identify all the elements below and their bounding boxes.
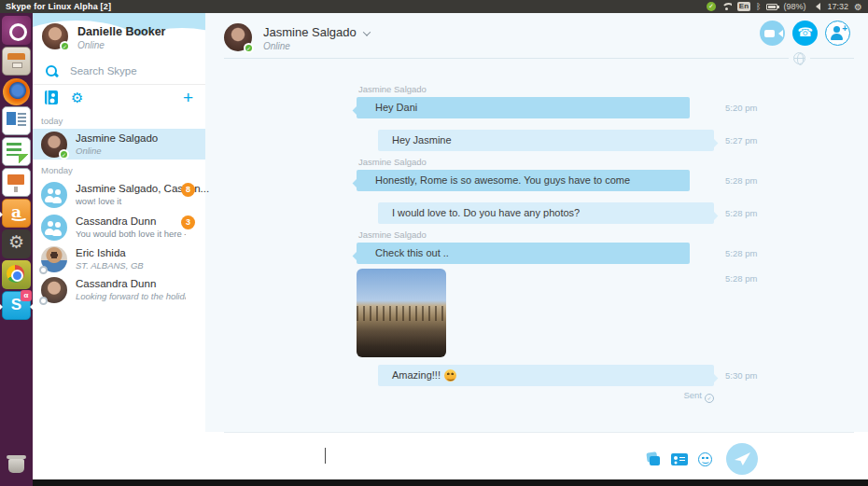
- sender-label: Jasmine Salgado: [358, 84, 756, 94]
- launcher-item-ubuntu-dash[interactable]: [2, 16, 31, 45]
- volume-icon[interactable]: [812, 3, 820, 10]
- globe-icon: [793, 52, 805, 64]
- avatar: [41, 246, 67, 272]
- send-button[interactable]: [726, 443, 758, 475]
- shared-photo[interactable]: [357, 269, 446, 357]
- battery-icon[interactable]: [766, 4, 777, 10]
- message-bubble: Hey Dani: [357, 97, 690, 118]
- add-icon[interactable]: +: [183, 90, 193, 106]
- launcher-item-system-settings[interactable]: ⚙: [2, 229, 31, 258]
- desktop-edge: [33, 479, 868, 486]
- section-label-today: today: [33, 110, 205, 129]
- contacts-icon[interactable]: [45, 90, 58, 104]
- launcher-item-libreoffice-impress[interactable]: [2, 168, 31, 197]
- conversation-item-eric[interactable]: Eric Ishida ST. ALBANS, GB: [33, 243, 205, 274]
- unread-badge: 3: [181, 215, 195, 229]
- profile-status: Online: [77, 40, 105, 50]
- search-bar: [33, 58, 205, 84]
- message-incoming[interactable]: Hey Dani 5:20 pm: [357, 97, 756, 118]
- chat-contact-status: Online: [263, 41, 290, 51]
- launcher-item-skype[interactable]: S α: [2, 291, 31, 320]
- message-time: 5:28 pm: [725, 248, 757, 258]
- chat-panel: ✓ Jasmine Salgado Online ☎ + Jasmine Sal…: [205, 13, 868, 479]
- sender-label: Jasmine Salgado: [358, 157, 756, 167]
- avatar[interactable]: ✓: [42, 23, 68, 49]
- video-call-button[interactable]: [760, 21, 785, 46]
- offline-status-icon: [39, 266, 48, 274]
- chat-contact-name[interactable]: Jasmine Salgado: [263, 25, 370, 39]
- message-incoming[interactable]: Check this out .. 5:28 pm: [357, 243, 756, 264]
- bluetooth-icon[interactable]: ᛒ: [756, 2, 761, 11]
- emoticon-picker-icon[interactable]: [698, 452, 712, 466]
- gear-icon[interactable]: ⚙: [71, 90, 83, 104]
- unity-launcher: a ⚙ S α: [0, 13, 33, 486]
- wifi-icon[interactable]: [721, 3, 732, 10]
- message-bubble: Amazing!!!: [378, 365, 714, 386]
- message-outgoing[interactable]: Hey Jasmine 5:27 pm: [378, 130, 756, 151]
- grinning-face-emoji: [444, 369, 456, 382]
- section-label-monday: Monday: [33, 160, 205, 178]
- add-participant-button[interactable]: +: [825, 21, 850, 46]
- launcher-item-amazon[interactable]: a: [2, 199, 31, 228]
- keyboard-layout-indicator[interactable]: En: [737, 2, 750, 11]
- message-list: Jasmine Salgado Hey Dani 5:20 pm Hey Jas…: [357, 84, 756, 403]
- message-incoming[interactable]: Honestly, Rome is so awesome. You guys h…: [357, 170, 756, 191]
- conversation-item-jasmine[interactable]: ✓ Jasmine Salgado Online: [33, 129, 205, 160]
- message-image[interactable]: 5:28 pm: [357, 269, 756, 357]
- window-title: Skype for Linux Alpha [2]: [6, 2, 111, 11]
- search-input[interactable]: [70, 65, 191, 76]
- send-photo-icon[interactable]: [647, 452, 661, 465]
- sidebar-toolbar: ⚙ +: [33, 84, 205, 110]
- send-contact-icon[interactable]: [671, 453, 688, 465]
- message-bubble: Honestly, Rome is so awesome. You guys h…: [357, 170, 690, 191]
- online-status-icon: ✓: [59, 149, 69, 160]
- online-status-icon: ✓: [60, 41, 70, 51]
- profile-header: ✓ Danielle Booker Online: [33, 13, 205, 58]
- message-time: 5:27 pm: [725, 135, 757, 146]
- avatar[interactable]: ✓: [224, 23, 252, 51]
- message-time: 5:30 pm: [725, 370, 757, 381]
- launcher-item-libreoffice-writer[interactable]: [2, 106, 31, 135]
- sender-label: Jasmine Salgado: [358, 229, 756, 240]
- online-status-icon: ✓: [244, 43, 254, 53]
- conversation-item-cassandra[interactable]: Cassandra Dunn Looking forward to the ho…: [33, 274, 205, 305]
- search-icon[interactable]: [45, 64, 59, 78]
- message-outgoing[interactable]: I would love to. Do you have any photos?…: [378, 202, 756, 224]
- session-gear-icon[interactable]: ⚙: [854, 2, 862, 12]
- message-time: 5:20 pm: [725, 103, 757, 113]
- call-toolbar: ☎ +: [760, 21, 850, 46]
- clock[interactable]: 17:32: [828, 2, 849, 11]
- launcher-item-firefox[interactable]: [3, 78, 30, 105]
- amazon-letter: a: [3, 202, 30, 221]
- message-bubble: I would love to. Do you have any photos?: [378, 202, 714, 224]
- launcher-item-files[interactable]: [2, 47, 31, 76]
- message-composer[interactable]: [205, 432, 868, 479]
- conversation-item-group-1[interactable]: Jasmine Salgado, Cassan... wow! love it …: [33, 178, 205, 211]
- profile-name[interactable]: Danielle Booker: [77, 25, 165, 38]
- message-bubble: Hey Jasmine: [378, 130, 714, 151]
- launcher-item-trash[interactable]: [2, 451, 31, 479]
- contact-mood: Looking forward to the holidays: [76, 291, 186, 302]
- message-time: 5:28 pm: [725, 175, 757, 186]
- launcher-item-libreoffice-calc[interactable]: [2, 137, 31, 166]
- delivery-status: Sent✓: [357, 390, 714, 403]
- contact-name: Eric Ishida: [76, 246, 144, 259]
- battery-percent: (98%): [783, 2, 805, 11]
- group-avatar-icon: [41, 182, 67, 208]
- message-bubble: Check this out ..: [357, 243, 690, 264]
- system-tray: ✓ En ᛒ (98%) 17:32 ⚙: [707, 2, 862, 12]
- composer-toolbar: [647, 443, 758, 475]
- contact-status: Online: [76, 146, 158, 157]
- last-message-preview: wow! love it: [76, 196, 186, 207]
- updates-ok-icon[interactable]: ✓: [707, 2, 716, 11]
- divider: [224, 58, 854, 59]
- plus-icon: +: [842, 24, 847, 34]
- settings-gear-icon: ⚙: [2, 231, 31, 253]
- sent-check-icon: ✓: [705, 394, 714, 403]
- voice-call-button[interactable]: ☎: [792, 21, 818, 46]
- launcher-item-chrome[interactable]: [2, 260, 31, 289]
- contact-name: Cassandra Dunn: [76, 215, 186, 228]
- message-outgoing[interactable]: Amazing!!! 5:30 pm: [378, 365, 756, 386]
- alpha-badge: α: [21, 290, 32, 301]
- conversation-item-group-2[interactable]: Cassandra Dunn You would both love it he…: [33, 211, 205, 243]
